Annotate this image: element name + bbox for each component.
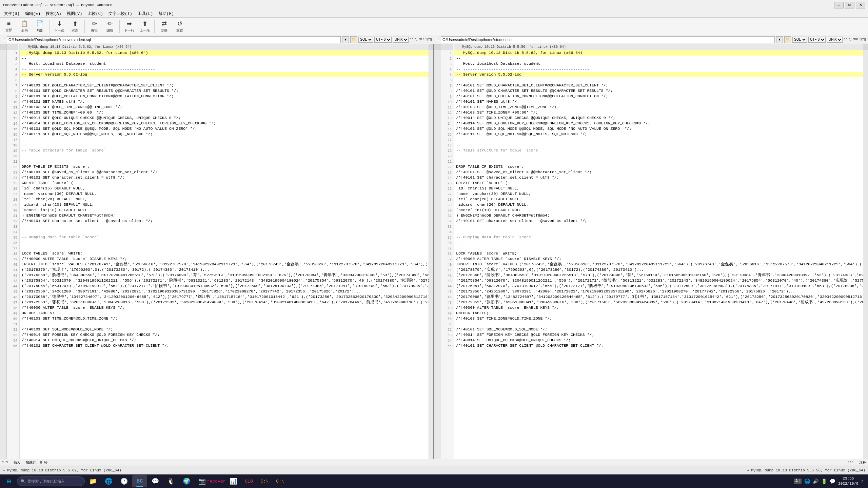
toolbar-local-btn[interactable]: 📄 局部	[33, 19, 47, 34]
taskbar-app-browser1[interactable]: 🌍	[179, 475, 194, 487]
code-line: /*!40111 SET @OLD_SQL_NOTES=@@SQL_NOTES,…	[454, 131, 863, 137]
toolbar-prev-section-btn[interactable]: ⬆ 上一段	[137, 19, 152, 34]
code-line: /*!40014 SET @OLD_FOREIGN_KEY_CHECKS=@@F…	[20, 121, 429, 126]
code-line: -- -------------------------------------…	[20, 66, 429, 72]
taskbar-search[interactable]: 🔍 要搜索，请在此处输入	[17, 476, 85, 486]
left-panel: 1234567891011121314151617181920212223242…	[0, 44, 434, 459]
right-minimap	[863, 44, 868, 459]
left-format-select[interactable]: UNIX	[393, 37, 409, 43]
code-line: /*!40014 SET UNIQUE_CHECKS=@OLD_UNIQUE_C…	[454, 338, 863, 343]
toolbar-local-label: 局部	[37, 28, 43, 33]
taskbar-start-btn[interactable]: ⊞	[1, 475, 16, 487]
taskbar-app-010editor[interactable]: 010	[241, 475, 256, 487]
left-file-path[interactable]	[7, 36, 341, 43]
menu-file[interactable]: 文件(S)	[1, 10, 22, 17]
add-line-status: 加载行: 0 秒	[26, 460, 47, 465]
tray-notification[interactable]: 💬	[830, 479, 835, 484]
left-code-content: -- MySQL dump 10.13 Distrib 5.5.62, for …	[20, 50, 429, 348]
prev-section-icon: ⬆	[142, 20, 147, 27]
toolbar-reset-label: 重置	[176, 28, 183, 33]
taskbar-app-recover[interactable]: recover_	[210, 475, 225, 487]
menu-text-compare[interactable]: 文字比较(T)	[106, 10, 135, 17]
code-line: --	[20, 56, 429, 61]
menu-edit[interactable]: 编辑(E)	[22, 10, 43, 17]
taskbar-app-beyondcompare[interactable]: BC	[132, 475, 147, 487]
code-line	[20, 321, 429, 327]
toolbar-swap-btn[interactable]: ⇄ 交换	[157, 19, 172, 34]
code-line: /*!40000 ALTER TABLE `score` DISABLE KEY…	[20, 256, 429, 262]
minimize-button[interactable]: ─	[834, 2, 844, 8]
right-format-select[interactable]: UNIX	[827, 37, 843, 43]
code-line: -- Dumping data for table `score`	[454, 235, 863, 240]
menu-help[interactable]: 帮助(H)	[156, 10, 177, 17]
taskbar-app-qq[interactable]: 🐧	[163, 475, 178, 487]
left-folder-btn[interactable]: 📁	[350, 36, 357, 43]
code-line: /*!40103 SET TIME_ZONE=@OLD_TIME_ZONE */…	[454, 316, 863, 321]
toolbar-edit-left-btn[interactable]: ✏ 编辑	[87, 19, 102, 34]
tray-volume[interactable]: 🔊	[813, 479, 818, 484]
close-button[interactable]: ✕	[856, 2, 865, 8]
code-line	[454, 159, 863, 164]
code-line: /*!40101 SET @OLD_CHARACTER_SET_CLIENT=@…	[20, 83, 429, 88]
taskbar-app-filemanager2[interactable]: C:\	[273, 475, 288, 487]
code-line: /*!40103 SET TIME_ZONE='+00:00' */;	[454, 110, 863, 115]
right-lang-select[interactable]: SQL	[792, 37, 807, 43]
right-browse-btn[interactable]: ▼	[776, 36, 783, 43]
right-encoding-select[interactable]: UTF-8	[808, 37, 826, 43]
toolbar-next-line-btn[interactable]: ➡ 下一行	[122, 19, 137, 34]
left-encoding-select[interactable]: UTF-8	[374, 37, 392, 43]
tray-network[interactable]: 🌐	[804, 479, 810, 484]
right-code-header: -- MySQL dump 10.13 Distrib 5.5.56, for …	[454, 44, 863, 50]
left-code-area[interactable]: -- MySQL dump 10.13 Distrib 5.5.62, for …	[20, 44, 429, 459]
taskbar-time[interactable]: 23:55 2022/10/9	[838, 476, 858, 487]
restore-button[interactable]: ⧉	[845, 2, 854, 8]
right-folder-btn[interactable]: 📁	[784, 36, 791, 43]
left-file-icon: 📄	[1, 38, 5, 42]
right-panel: 1234567891011121314151617181920212223242…	[434, 44, 868, 459]
clock-icon: 🕐	[120, 477, 128, 485]
menu-search[interactable]: 搜索(A)	[43, 10, 64, 17]
taskbar-app-excel[interactable]: 📊	[226, 475, 241, 487]
toolbar-global-btn[interactable]: 📋 全局	[17, 19, 32, 34]
tray-battery[interactable]: 🔋	[821, 479, 827, 484]
title-bar: recoverstudent.sql ↔ student.sql — Beyon…	[0, 0, 868, 10]
toolbar-edit-right-btn[interactable]: ✏ 编辑	[102, 19, 117, 34]
code-line: /*!40101 SET @OLD_CHARACTER_SET_RESULTS=…	[454, 88, 863, 94]
active-indicator	[136, 486, 143, 487]
taskbar-app-wechat[interactable]: 💬	[148, 475, 163, 487]
right-file-path[interactable]	[441, 36, 775, 43]
taskbar-app-explorer[interactable]: 📁	[85, 475, 100, 487]
toolbar-prev-section-label: 上一段	[140, 28, 150, 33]
left-diff-info: ← MySQL dump 10.13 Distrib 5.5.62, for L…	[3, 468, 121, 472]
right-line-numbers: 1234567891011121314151617181920212223242…	[441, 44, 454, 459]
tray-ai[interactable]: Ai	[794, 479, 802, 484]
code-line: /*!40103 SET TIME_ZONE='+00:00' */;	[20, 110, 429, 115]
taskbar-app-filemanager[interactable]: C:\	[257, 475, 272, 487]
toolbar-reset-btn[interactable]: ↺ 重置	[172, 19, 187, 34]
tray-show-desktop[interactable]: ▯	[861, 479, 864, 484]
left-browse-btn[interactable]: ▼	[342, 36, 349, 43]
right-file-icon: 📄	[435, 38, 439, 42]
toolbar-prev-btn[interactable]: ⬆ 次差	[67, 19, 82, 34]
code-line: /*!40101 SET @saved_cs_client = @@charac…	[20, 169, 429, 175]
right-diff-info: → MySQL dump 10.13 Distrib 5.5.56, for L…	[747, 468, 865, 472]
menu-view[interactable]: 视图(V)	[64, 10, 85, 17]
code-line: /*!40014 SET FOREIGN_KEY_CHECKS=@OLD_FOR…	[20, 332, 429, 338]
left-lang-select[interactable]: SQL	[358, 37, 373, 43]
toolbar-edit-left-label: 编辑	[91, 28, 98, 33]
diff-bar: ← MySQL dump 10.13 Distrib 5.5.62, for L…	[0, 466, 868, 474]
code-line: --	[454, 240, 863, 245]
code-line: -- Server version 5.5.62-log	[20, 72, 429, 77]
left-minimap	[429, 44, 433, 459]
capture-icon: 📷	[198, 477, 206, 485]
menu-tools[interactable]: 工具(L)	[135, 10, 156, 17]
taskbar-app-edge[interactable]: 🌐	[101, 475, 116, 487]
code-line	[454, 77, 863, 83]
toolbar-next-btn[interactable]: ⬇ 下一处	[52, 19, 67, 34]
menu-compare[interactable]: 比较(C)	[85, 10, 106, 17]
code-line: /*!40014 SET @OLD_FOREIGN_KEY_CHECKS=@@F…	[454, 121, 863, 126]
taskbar-app-clock[interactable]: 🕐	[117, 475, 132, 487]
toolbar-full-btn[interactable]: ≡ 全部	[1, 19, 16, 34]
right-code-area[interactable]: -- MySQL dump 10.13 Distrib 5.5.56, for …	[454, 44, 863, 459]
code-line: --	[20, 229, 429, 235]
